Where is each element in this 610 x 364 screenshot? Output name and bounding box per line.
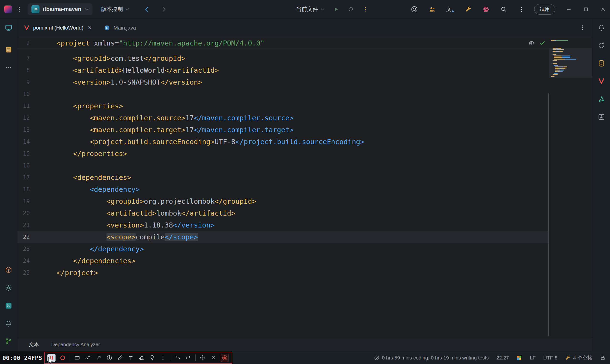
maximize-button[interactable] — [583, 6, 589, 13]
code-line[interactable]: 20<artifactId>lombok</artifactId> — [17, 207, 549, 219]
code-text: <dependency> — [56, 185, 140, 194]
code-line[interactable]: 24</dependencies> — [17, 255, 549, 267]
bottom-tab[interactable]: Dependency Analyzer — [51, 342, 100, 347]
recorder-tool-bulb[interactable] — [149, 354, 156, 361]
recorder-tool-text[interactable] — [127, 354, 134, 361]
forward-icon[interactable] — [160, 6, 168, 13]
run-icon[interactable] — [333, 6, 339, 13]
project-widget[interactable]: IM itbaima-maven — [28, 3, 92, 15]
toolwindow-button-monitor[interactable] — [0, 19, 17, 37]
code-line[interactable]: 16 — [17, 160, 549, 171]
profiler-icon[interactable] — [348, 6, 354, 12]
code-line[interactable]: 23</dependency> — [17, 243, 549, 255]
editor-tab[interactable]: Main.java — [98, 19, 142, 37]
trial-button[interactable]: 试用 — [534, 4, 555, 14]
code-line[interactable]: 15</properties> — [17, 148, 549, 160]
more-actions-icon[interactable] — [518, 6, 525, 13]
code-text: </dependency> — [56, 245, 144, 253]
recorder-tool-undo[interactable] — [174, 354, 181, 361]
minimap[interactable] — [549, 37, 592, 338]
recorder-tools — [44, 352, 232, 364]
status-bar: 00:00 24FPS 0 hrs 59 mins coding, 0 hrs … — [0, 351, 610, 364]
code-line[interactable]: 25</project> — [17, 267, 549, 279]
main-menu-icon[interactable] — [16, 6, 23, 13]
recorder-tool-number1[interactable] — [106, 354, 113, 361]
science-plugin-icon[interactable] — [482, 6, 489, 13]
reader-mode-icon[interactable] — [528, 39, 535, 46]
more-run-actions-icon[interactable] — [362, 6, 369, 13]
toolwindow-button-settings[interactable] — [0, 279, 17, 297]
toolwindow-button-sync[interactable] — [593, 37, 610, 54]
recorder-tool-kebab[interactable] — [159, 354, 167, 361]
toolwindow-button-project[interactable] — [0, 41, 17, 59]
toolwindow-button-nodes[interactable] — [593, 90, 610, 108]
toolwindow-button-package[interactable] — [0, 261, 17, 279]
code-line[interactable]: 13<maven.compiler.target>17</maven.compi… — [17, 124, 549, 136]
bottom-tab[interactable]: 文本 — [29, 341, 39, 348]
toolwindow-button-maven[interactable] — [593, 72, 610, 90]
recorder-tool-rect[interactable] — [74, 354, 81, 361]
line-number: 7 — [17, 55, 56, 62]
run-config-widget[interactable]: 当前文件 — [296, 5, 324, 13]
recorder-tool-close-x[interactable] — [210, 354, 217, 361]
search-everywhere-icon[interactable] — [500, 6, 507, 13]
recorder-tool-arrow[interactable] — [95, 354, 102, 361]
code-line[interactable]: 9<version>1.0-SNAPSHOT</version> — [17, 76, 549, 88]
code-line[interactable]: 7<groupId>com.test</groupId> — [17, 52, 549, 64]
code-token: 17 — [185, 114, 194, 122]
editor[interactable]: 2<project xmlns="http://maven.apache.org… — [17, 37, 592, 338]
code-line[interactable]: 14<project.build.sourceEncoding>UTF-8</p… — [17, 136, 549, 148]
inspections-ok-icon[interactable] — [539, 39, 546, 46]
code-text: <project.build.sourceEncoding>UTF-8</pro… — [56, 138, 364, 146]
code-line[interactable]: 11<properties> — [17, 100, 549, 112]
code-line[interactable]: 21<version>1.18.38</version> — [17, 219, 549, 231]
line-number: 11 — [17, 103, 56, 109]
code-line[interactable]: 8<artifactId>HelloWorld</artifactId> — [17, 64, 549, 76]
toolwindow-button-document-a[interactable] — [593, 108, 610, 126]
maven-icon — [597, 78, 605, 85]
vcs-widget[interactable]: 版本控制 — [101, 5, 130, 13]
tools-icon[interactable] — [464, 6, 472, 13]
code-line[interactable]: 10 — [17, 88, 549, 100]
minimap-line — [553, 49, 557, 50]
recording-fps: 24FPS — [24, 354, 42, 361]
coding-stats-widget[interactable]: 0 hrs 59 mins coding, 0 hrs 19 mins writ… — [374, 355, 489, 361]
grid-icon[interactable] — [516, 355, 522, 361]
toolwindow-button-git-branch[interactable] — [0, 332, 17, 350]
recorder-tool-stop[interactable] — [59, 354, 66, 361]
toolwindow-button-bell[interactable] — [593, 19, 610, 37]
toolwindow-button-terminal[interactable] — [0, 297, 17, 314]
sync-icon — [597, 42, 605, 49]
recorder-tool-redo[interactable] — [185, 354, 192, 361]
minimize-button[interactable] — [566, 6, 572, 13]
code-line[interactable]: 19<groupId>org.projectlombok</groupId> — [17, 195, 549, 207]
close-tab-icon[interactable]: × — [88, 25, 91, 31]
lock-icon[interactable] — [600, 355, 606, 361]
recorder-tool-curve[interactable] — [84, 354, 91, 361]
tab-list-icon[interactable] — [579, 24, 586, 31]
code-line[interactable]: 22<scope>compile</scope> — [17, 231, 549, 243]
indent-widget[interactable]: 4 个空格 — [565, 354, 592, 361]
vcs-label: 版本控制 — [101, 5, 123, 13]
code-line[interactable]: 17<dependencies> — [17, 171, 549, 183]
toolwindow-button-alarm[interactable] — [0, 314, 17, 332]
close-window-button[interactable] — [600, 6, 606, 13]
code-line[interactable]: 12<maven.compiler.source>17</maven.compi… — [17, 112, 549, 124]
toolwindow-button-more[interactable] — [0, 59, 17, 77]
toolwindow-button-database[interactable] — [593, 54, 610, 72]
code-token: </artifactId> — [181, 209, 235, 217]
recorder-tool-record[interactable] — [221, 354, 229, 362]
line-separator-widget[interactable]: LF — [530, 355, 536, 361]
sticky-code-line[interactable]: 2<project xmlns="http://maven.apache.org… — [17, 37, 549, 49]
back-icon[interactable] — [143, 6, 150, 13]
ai-assistant-icon[interactable] — [411, 6, 418, 13]
recorder-tool-pencil[interactable] — [117, 354, 124, 361]
recorder-tool-move[interactable] — [199, 354, 206, 361]
recorder-tool-eraser[interactable] — [138, 354, 145, 361]
file-encoding-widget[interactable]: UTF-8 — [543, 355, 558, 361]
code-line[interactable]: 18<dependency> — [17, 183, 549, 195]
editor-tab[interactable]: pom.xml (HelloWorld)× — [17, 19, 98, 37]
clock[interactable]: 22:27 — [496, 355, 509, 361]
translate-icon[interactable]: 文A — [447, 6, 454, 13]
code-with-me-icon[interactable] — [429, 6, 436, 13]
